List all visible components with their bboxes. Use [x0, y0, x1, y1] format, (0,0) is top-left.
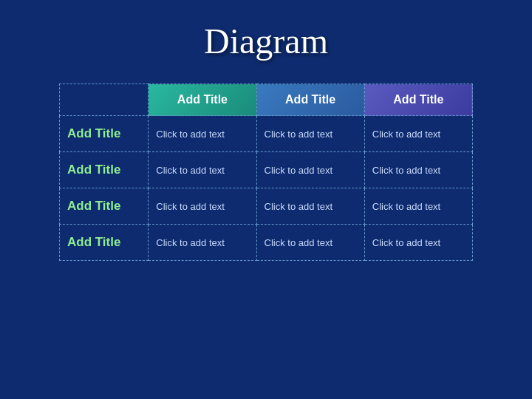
row-1-cell-0[interactable]: Click to add text: [149, 152, 256, 188]
row-2-cell-1[interactable]: Click to add text: [256, 188, 364, 225]
row-1-cell-2[interactable]: Click to add text: [364, 152, 472, 188]
header-row: Add Title Add Title Add Title: [60, 84, 473, 116]
header-col3[interactable]: Add Title: [364, 84, 472, 116]
row-3-cell-0[interactable]: Click to add text: [149, 225, 256, 261]
table-row: Add TitleClick to add textClick to add t…: [60, 116, 473, 152]
row-3-cell-1[interactable]: Click to add text: [256, 225, 364, 261]
row-2-cell-2[interactable]: Click to add text: [364, 188, 472, 225]
row-0-cell-2[interactable]: Click to add text: [364, 116, 472, 152]
row-1-cell-1[interactable]: Click to add text: [256, 152, 364, 188]
row-0-cell-0[interactable]: Click to add text: [149, 116, 256, 152]
row-3-title[interactable]: Add Title: [60, 225, 149, 261]
row-2-title[interactable]: Add Title: [60, 188, 149, 225]
table-container: Add Title Add Title Add Title Add TitleC…: [59, 83, 473, 261]
header-col2[interactable]: Add Title: [256, 84, 364, 116]
row-3-cell-2[interactable]: Click to add text: [364, 225, 472, 261]
table-row: Add TitleClick to add textClick to add t…: [60, 225, 473, 261]
page-title[interactable]: Diagram: [0, 21, 532, 61]
header-col1[interactable]: Add Title: [149, 84, 256, 116]
row-1-title[interactable]: Add Title: [60, 152, 149, 188]
row-0-cell-1[interactable]: Click to add text: [256, 116, 364, 152]
title-area: Diagram: [0, 0, 532, 83]
row-2-cell-0[interactable]: Click to add text: [149, 188, 256, 225]
table-body: Add TitleClick to add textClick to add t…: [60, 116, 473, 261]
row-0-title[interactable]: Add Title: [60, 116, 149, 152]
header-empty-cell: [60, 84, 149, 116]
table-row: Add TitleClick to add textClick to add t…: [60, 188, 473, 225]
table-row: Add TitleClick to add textClick to add t…: [60, 152, 473, 188]
diagram-table: Add Title Add Title Add Title Add TitleC…: [59, 83, 473, 261]
